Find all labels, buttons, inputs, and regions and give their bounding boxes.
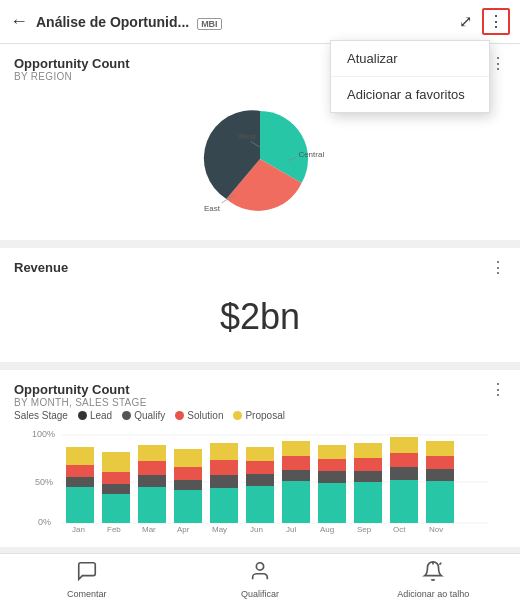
bar-mar-yellow (138, 445, 166, 461)
nav-adicionar[interactable]: Adicionar ao talho (347, 554, 520, 605)
bar-jan-dark (66, 477, 94, 487)
bar-mar-red (138, 461, 166, 475)
bar-jul-red (282, 456, 310, 470)
comment-icon (76, 560, 98, 587)
bar-jun-dark (246, 474, 274, 486)
nav-qualificar[interactable]: Qualificar (173, 554, 346, 605)
x-label-jan: Jan (72, 525, 85, 534)
y-label-50: 50% (35, 477, 53, 487)
pie-label-east: East (204, 204, 221, 213)
bar-nov-red (426, 456, 454, 469)
card-title-revenue: Revenue (14, 260, 68, 275)
bar-oct-red (390, 453, 418, 467)
nav-label-adicionar: Adicionar ao talho (397, 589, 469, 599)
bar-feb-yellow (102, 452, 130, 472)
x-label-jun: Jun (250, 525, 263, 534)
legend-dot-solution (175, 411, 184, 420)
legend-qualify: Qualify (122, 410, 165, 421)
bar-apr-yellow (174, 449, 202, 467)
legend-dot-lead (78, 411, 87, 420)
x-label-jul: Jul (286, 525, 296, 534)
bar-sep-red (354, 458, 382, 471)
bar-jun-yellow (246, 447, 274, 461)
bar-sep-yellow (354, 443, 382, 458)
bar-aug-dark (318, 471, 346, 483)
legend-dot-qualify (122, 411, 131, 420)
y-label-0: 0% (38, 517, 51, 527)
dropdown-item-favorite[interactable]: Adicionar a favoritos (331, 77, 489, 112)
bar-feb-red (102, 472, 130, 484)
bar-jan-yellow (66, 447, 94, 465)
x-label-apr: Apr (177, 525, 190, 534)
expand-icon[interactable]: ⤢ (459, 12, 472, 31)
dropdown-item-refresh[interactable]: Atualizar (331, 41, 489, 77)
bar-jul-yellow (282, 441, 310, 456)
nav-label-qualificar: Qualificar (241, 589, 279, 599)
card-title-month: Opportunity Count (14, 382, 147, 397)
card-more-region[interactable]: ⋮ (490, 56, 506, 72)
main-scroll: Opportunity Count BY REGION ⋮ West Centr… (0, 44, 520, 553)
bar-apr-red (174, 467, 202, 480)
x-label-aug: Aug (320, 525, 334, 534)
bell-plus-icon (422, 560, 444, 587)
pie-chart: West Central East (180, 94, 340, 224)
bar-apr-dark (174, 480, 202, 490)
x-label-mar: Mar (142, 525, 156, 534)
bar-nov-yellow (426, 441, 454, 456)
bar-aug-yellow (318, 445, 346, 459)
bar-jun-red (246, 461, 274, 474)
bar-oct-dark (390, 467, 418, 480)
card-more-month[interactable]: ⋮ (490, 382, 506, 398)
kebab-menu-button[interactable]: ⋮ (482, 8, 510, 35)
back-button[interactable]: ← (10, 11, 28, 32)
bar-may-red (210, 460, 238, 475)
header: ← Análise de Oportunid... MBI ⤢ ⋮ (0, 0, 520, 44)
bar-chart-area: 100% 50% 0% Jan Feb (14, 427, 506, 537)
nav-label-comentar: Comentar (67, 589, 107, 599)
card-more-revenue[interactable]: ⋮ (490, 260, 506, 276)
pie-label-west: West (238, 132, 257, 141)
bar-may-yellow (210, 443, 238, 460)
bar-chart-svg: 100% 50% 0% Jan Feb (14, 427, 506, 537)
card-header-revenue: Revenue ⋮ (14, 260, 506, 276)
x-label-may: May (212, 525, 227, 534)
card-opportunity-month: Opportunity Count BY MONTH, SALES STAGE … (0, 370, 520, 553)
bottom-nav: Comentar Qualificar Adicionar ao talho (0, 553, 520, 605)
legend-dot-proposal (233, 411, 242, 420)
card-header-month: Opportunity Count BY MONTH, SALES STAGE … (14, 382, 506, 408)
card-subtitle-month: BY MONTH, SALES STAGE (14, 397, 147, 408)
svg-point-6 (256, 563, 263, 570)
legend-solution: Solution (175, 410, 223, 421)
bar-feb-dark (102, 484, 130, 494)
x-label-nov: Nov (429, 525, 443, 534)
bar-legend: Sales Stage Lead Qualify Solution Propos… (14, 410, 506, 421)
y-label-100: 100% (32, 429, 55, 439)
bar-jan-red (66, 465, 94, 477)
pie-label-central: Central (298, 150, 324, 159)
x-label-sep: Sep (357, 525, 372, 534)
bar-aug-red (318, 459, 346, 471)
bar-mar-dark (138, 475, 166, 487)
x-label-oct: Oct (393, 525, 406, 534)
card-title-region: Opportunity Count (14, 56, 130, 71)
bar-nov-dark (426, 469, 454, 481)
card-revenue: Revenue ⋮ $2bn (0, 248, 520, 370)
x-label-feb: Feb (107, 525, 121, 534)
dropdown-menu: Atualizar Adicionar a favoritos (330, 40, 490, 113)
bar-jul-dark (282, 470, 310, 481)
card-subtitle-region: BY REGION (14, 71, 130, 82)
legend-lead: Lead (78, 410, 112, 421)
bar-sep-dark (354, 471, 382, 482)
header-icons: ⤢ ⋮ (459, 8, 510, 35)
legend-proposal: Proposal (233, 410, 284, 421)
svg-line-8 (440, 563, 442, 565)
page-title: Análise de Oportunid... MBI (36, 14, 459, 30)
person-icon (249, 560, 271, 587)
header-badge: MBI (197, 18, 222, 30)
bar-oct-yellow (390, 437, 418, 453)
revenue-value: $2bn (14, 278, 506, 352)
legend-label: Sales Stage (14, 410, 68, 421)
bar-may-dark (210, 475, 238, 488)
nav-comentar[interactable]: Comentar (0, 554, 173, 605)
